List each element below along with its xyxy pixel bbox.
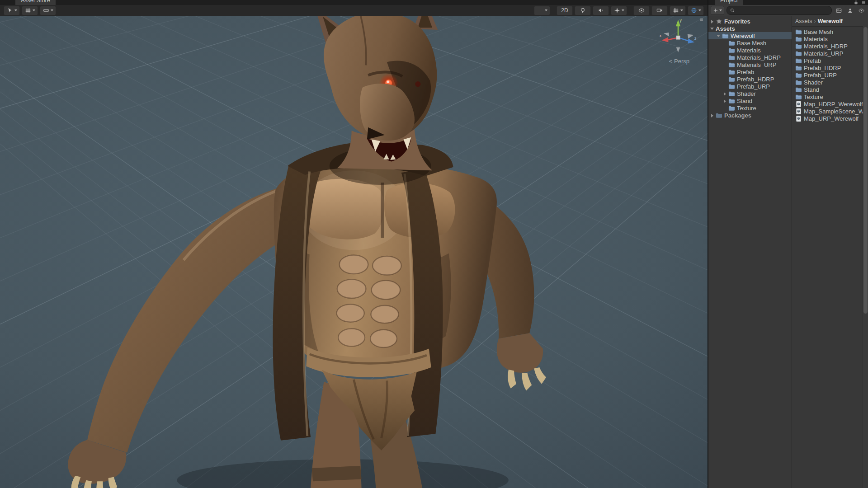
plus-icon: [713, 8, 718, 13]
folder-icon: [795, 79, 802, 86]
tools-dropdown[interactable]: [4, 6, 20, 15]
gizmo-center-cube[interactable]: [676, 36, 680, 40]
menu-icon[interactable]: [861, 0, 866, 5]
folder-icon: [795, 50, 802, 57]
tree-item-stand[interactable]: Stand: [708, 97, 792, 104]
grid-snapping-dropdown[interactable]: [22, 6, 38, 15]
gizmo-menu-icon[interactable]: [699, 17, 704, 22]
shaded-sphere-icon: [537, 7, 543, 14]
tree-item-prefab[interactable]: Prefab: [708, 68, 792, 75]
asset-item-materials-urp[interactable]: Materials_URP: [792, 50, 868, 57]
scene-audio-toggle[interactable]: [593, 6, 609, 15]
chevron-right-icon[interactable]: [722, 99, 727, 103]
hidden-packages-button[interactable]: [857, 6, 866, 14]
folder-icon: [728, 76, 735, 83]
tree-item-materials[interactable]: Materials: [708, 47, 792, 54]
chevron-down-icon: [622, 9, 624, 11]
axis-neg-y-cone[interactable]: [676, 47, 680, 52]
folder-icon: [716, 112, 722, 119]
chevron-down-icon: [698, 9, 701, 11]
tree-item-materials-hdrp[interactable]: Materials_HDRP: [708, 54, 792, 61]
chevron-down-icon[interactable]: [716, 33, 721, 38]
asset-item-prefab-urp[interactable]: Prefab_URP: [792, 71, 868, 79]
scene-visibility-toggle[interactable]: [633, 6, 650, 15]
draw-mode-dropdown[interactable]: [534, 6, 550, 15]
grid-icon: [673, 7, 679, 14]
asset-list-scrollbar[interactable]: [863, 26, 868, 488]
grid-visibility-dropdown[interactable]: [670, 6, 686, 15]
asset-item-prefab[interactable]: Prefab: [792, 57, 868, 64]
asset-item-map-urp-werewolf[interactable]: Map_URP_Werewolf: [792, 115, 868, 122]
chevron-down-icon: [680, 9, 683, 11]
asset-item-base-mesh[interactable]: Base Mesh: [792, 28, 868, 35]
folder-icon: [795, 86, 802, 93]
folder-icon: [795, 28, 802, 35]
tree-item-texture[interactable]: Texture: [708, 104, 792, 112]
camera-icon: [656, 7, 663, 14]
tree-item-prefab-hdrp[interactable]: Prefab_HDRP: [708, 75, 792, 83]
tab-project[interactable]: Project: [715, 0, 743, 5]
scrollbar-thumb[interactable]: [863, 27, 868, 314]
folder-icon: [728, 90, 735, 97]
search-input[interactable]: [736, 7, 829, 14]
tree-item-shader[interactable]: Shader: [708, 90, 792, 97]
toggle-2d-button[interactable]: 2D: [557, 6, 573, 15]
tree-item-werewolf[interactable]: Werewolf: [708, 32, 792, 39]
breadcrumb-separator: ›: [814, 18, 816, 24]
chevron-right-icon[interactable]: [710, 113, 715, 118]
chevron-down-icon[interactable]: [710, 26, 715, 31]
scene-orientation-gizmo[interactable]: y x z: [659, 16, 698, 55]
projection-mode-label[interactable]: < Persp: [669, 58, 689, 65]
axis-neg-z-cone[interactable]: [664, 33, 669, 37]
star-icon: [716, 18, 722, 25]
asset-item-map-samplescene-werewolf[interactable]: Map_SampleScene_Wer: [792, 108, 868, 115]
tree-item-favorites[interactable]: Favorites: [708, 18, 792, 25]
tree-item-materials-urp[interactable]: Materials_URP: [708, 61, 792, 68]
werewolf-model[interactable]: [68, 0, 546, 488]
chevron-right-icon[interactable]: [722, 91, 727, 96]
ruler-icon: [43, 7, 49, 14]
folder-icon: [728, 54, 735, 61]
tab-asset-store[interactable]: Asset Store: [15, 0, 56, 5]
create-asset-button[interactable]: [711, 6, 724, 15]
folder-icon: [728, 83, 735, 90]
search-by-label-button[interactable]: [845, 6, 854, 14]
chevron-down-icon: [51, 9, 53, 11]
tree-item-packages[interactable]: Packages: [708, 112, 792, 119]
axis-z-label: z: [694, 36, 696, 41]
camera-settings-button[interactable]: [651, 6, 668, 15]
eye-icon: [638, 7, 645, 14]
asset-list: Base Mesh Materials Materials_HDRP Mater…: [792, 27, 868, 488]
asset-item-map-hdrp-werewolf[interactable]: Map_HDRP_Werewolf: [792, 100, 868, 108]
lock-icon[interactable]: [854, 0, 859, 5]
scene-lighting-toggle[interactable]: [575, 6, 591, 15]
snap-settings-dropdown[interactable]: [40, 6, 56, 15]
asset-item-shader[interactable]: Shader: [792, 79, 868, 86]
search-by-type-button[interactable]: [834, 6, 843, 14]
axis-z-cone[interactable]: [688, 38, 695, 43]
project-toolbar: [708, 5, 868, 16]
asset-item-prefab-hdrp[interactable]: Prefab_HDRP: [792, 64, 868, 71]
asset-item-stand[interactable]: Stand: [792, 86, 868, 93]
project-panel: Project: [708, 0, 868, 488]
label-person-icon: [847, 8, 853, 14]
scene-viewport[interactable]: [0, 0, 708, 488]
breadcrumb-assets[interactable]: Assets: [795, 18, 812, 24]
cursor-icon: [7, 7, 13, 14]
breadcrumb-werewolf[interactable]: Werewolf: [818, 18, 843, 24]
asset-item-materials[interactable]: Materials: [792, 35, 868, 42]
tree-item-prefab-urp[interactable]: Prefab_URP: [708, 83, 792, 90]
axis-neg-x-cone[interactable]: [688, 34, 694, 38]
chevron-right-icon[interactable]: [710, 19, 715, 24]
scene-effects-dropdown[interactable]: [611, 6, 627, 15]
scene-toolbar: 2D: [0, 5, 708, 16]
axis-x-cone[interactable]: [662, 37, 669, 42]
asset-item-materials-hdrp[interactable]: Materials_HDRP: [792, 42, 868, 50]
asset-item-texture[interactable]: Texture: [792, 93, 868, 100]
tree-item-assets[interactable]: Assets: [708, 25, 792, 32]
folder-icon: [795, 72, 802, 79]
project-asset-pane: Assets › Werewolf Base Mesh Materials: [792, 16, 868, 488]
tree-item-base-mesh[interactable]: Base Mesh: [708, 39, 792, 47]
gizmos-dropdown[interactable]: [688, 6, 704, 15]
project-search-field[interactable]: [726, 6, 832, 15]
